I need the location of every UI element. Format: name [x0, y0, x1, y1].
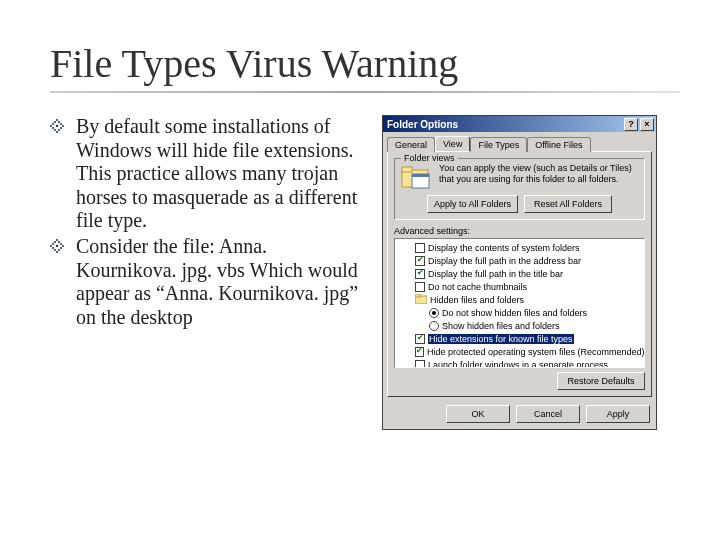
- folder-options-dialog: Folder Options ? × General View File Typ…: [382, 115, 657, 430]
- tree-row-label: Do not show hidden files and folders: [442, 308, 587, 318]
- tree-row[interactable]: Hide protected operating system files (R…: [397, 345, 642, 358]
- diamond-icon: [50, 239, 68, 253]
- tree-row-label: Launch folder windows in a separate proc…: [428, 360, 608, 369]
- folder-views-text: You can apply the view (such as Details …: [439, 163, 638, 186]
- checkbox-icon[interactable]: [415, 282, 425, 292]
- checkbox-icon[interactable]: [415, 347, 424, 357]
- close-button[interactable]: ×: [640, 118, 654, 131]
- checkbox-icon[interactable]: [415, 256, 425, 266]
- list-item: By default some installations of Windows…: [50, 115, 370, 233]
- radio-icon[interactable]: [429, 308, 439, 318]
- svg-rect-0: [56, 119, 58, 121]
- svg-rect-10: [58, 129, 60, 131]
- apply-button[interactable]: Apply: [586, 405, 650, 423]
- folder-icon: [415, 294, 427, 306]
- title-underline: [50, 91, 680, 93]
- tree-row[interactable]: Display the full path in the title bar: [397, 267, 642, 280]
- svg-rect-21: [60, 247, 62, 249]
- svg-rect-18: [50, 245, 52, 247]
- svg-rect-22: [54, 249, 56, 251]
- svg-rect-7: [52, 127, 54, 129]
- help-button[interactable]: ?: [624, 118, 638, 131]
- titlebar[interactable]: Folder Options ? ×: [383, 116, 656, 132]
- apply-all-folders-button[interactable]: Apply to All Folders: [427, 195, 518, 213]
- tab-panel-view: Folder views You can apply the view (suc…: [387, 151, 652, 397]
- svg-rect-9: [54, 129, 56, 131]
- svg-rect-12: [56, 125, 58, 127]
- folder-views-group: Folder views You can apply the view (suc…: [394, 158, 645, 220]
- tree-row[interactable]: Do not cache thumbnails: [397, 280, 642, 293]
- tree-row[interactable]: Do not show hidden files and folders: [397, 306, 642, 319]
- advanced-settings-label: Advanced settings:: [394, 226, 645, 236]
- tree-row-label: Display the full path in the address bar: [428, 256, 581, 266]
- slide-title: File Types Virus Warning: [50, 40, 680, 87]
- tree-row-label: Hide extensions for known file types: [428, 334, 574, 344]
- svg-rect-14: [54, 241, 56, 243]
- svg-rect-2: [58, 121, 60, 123]
- tree-row-label: Hidden files and folders: [430, 295, 524, 305]
- ok-button[interactable]: OK: [446, 405, 510, 423]
- tree-row-label: Do not cache thumbnails: [428, 282, 527, 292]
- svg-rect-16: [52, 243, 54, 245]
- bullet-text: By default some installations of Windows…: [76, 115, 370, 233]
- tree-row-label: Display the contents of system folders: [428, 243, 580, 253]
- folder-icon: [401, 163, 431, 191]
- list-item: Consider the file: Anna. Kournikova. jpg…: [50, 235, 370, 329]
- svg-rect-8: [60, 127, 62, 129]
- tree-row-label: Show hidden files and folders: [442, 321, 560, 331]
- tree-row[interactable]: Launch folder windows in a separate proc…: [397, 358, 642, 368]
- svg-rect-27: [402, 167, 412, 172]
- checkbox-icon[interactable]: [415, 243, 425, 253]
- checkbox-icon[interactable]: [415, 334, 425, 344]
- tab-offline-files[interactable]: Offline Files: [527, 137, 590, 152]
- diamond-icon: [50, 119, 68, 133]
- tree-row-label: Display the full path in the title bar: [428, 269, 563, 279]
- tab-view[interactable]: View: [435, 136, 470, 151]
- group-label: Folder views: [401, 153, 458, 163]
- cancel-button[interactable]: Cancel: [516, 405, 580, 423]
- dialog-title: Folder Options: [387, 119, 458, 130]
- svg-rect-5: [50, 125, 52, 127]
- checkbox-icon[interactable]: [415, 360, 425, 369]
- svg-rect-29: [412, 174, 429, 177]
- bullet-text: Consider the file: Anna. Kournikova. jpg…: [76, 235, 370, 329]
- checkbox-icon[interactable]: [415, 269, 425, 279]
- tree-row[interactable]: Show hidden files and folders: [397, 319, 642, 332]
- svg-rect-31: [415, 294, 420, 297]
- tree-row[interactable]: Hidden files and folders: [397, 293, 642, 306]
- tab-general[interactable]: General: [387, 137, 435, 152]
- tab-file-types[interactable]: File Types: [470, 137, 527, 152]
- svg-rect-4: [60, 123, 62, 125]
- advanced-settings-list[interactable]: Display the contents of system foldersDi…: [394, 238, 645, 368]
- restore-defaults-button[interactable]: Restore Defaults: [557, 372, 645, 390]
- tree-row[interactable]: Display the full path in the address bar: [397, 254, 642, 267]
- svg-rect-6: [62, 125, 64, 127]
- svg-rect-13: [56, 239, 58, 241]
- svg-rect-20: [52, 247, 54, 249]
- reset-all-folders-button[interactable]: Reset All Folders: [524, 195, 612, 213]
- svg-rect-1: [54, 121, 56, 123]
- svg-rect-15: [58, 241, 60, 243]
- svg-rect-25: [56, 245, 58, 247]
- tabs: General View File Types Offline Files: [383, 132, 656, 151]
- svg-rect-17: [60, 243, 62, 245]
- radio-icon[interactable]: [429, 321, 439, 331]
- svg-rect-24: [56, 251, 58, 253]
- svg-rect-19: [62, 245, 64, 247]
- tree-row[interactable]: Hide extensions for known file types: [397, 332, 642, 345]
- svg-rect-23: [58, 249, 60, 251]
- tree-row[interactable]: Display the contents of system folders: [397, 241, 642, 254]
- svg-rect-3: [52, 123, 54, 125]
- bullet-list: By default some installations of Windows…: [50, 115, 370, 430]
- tree-row-label: Hide protected operating system files (R…: [427, 347, 645, 357]
- svg-rect-11: [56, 131, 58, 133]
